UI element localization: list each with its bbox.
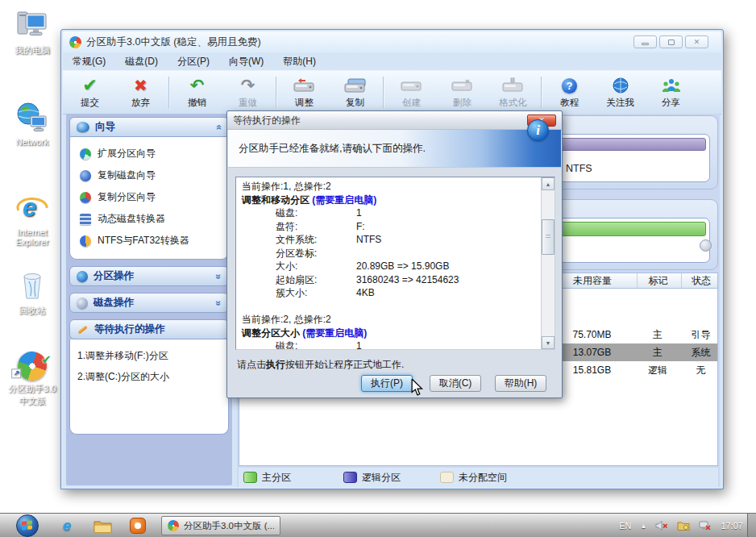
- toolbar-format-button: 格式化: [488, 73, 538, 112]
- media-app-icon: [130, 518, 146, 534]
- taskbar-explorer-button[interactable]: [92, 516, 113, 535]
- toolbar-tutorial-button[interactable]: ? 教程: [544, 73, 595, 112]
- op2-restart-warning: (需要重启电脑): [302, 327, 367, 339]
- sidebar-item-extend-partition-wizard[interactable]: 扩展分区向导: [70, 143, 228, 164]
- taskbar-app-button[interactable]: 分区助手3.0中文版 (...: [161, 516, 280, 535]
- mouse-cursor: [410, 379, 425, 400]
- start-button[interactable]: [16, 514, 39, 537]
- toolbar-commit-button[interactable]: ✔ 提交: [64, 73, 115, 112]
- desktop-icon-recycle-bin[interactable]: 回收站: [6, 268, 59, 317]
- scrollbar-up-button[interactable]: ▲: [542, 177, 555, 190]
- column-status[interactable]: 状态: [681, 273, 721, 288]
- menu-help[interactable]: 帮助(H): [283, 55, 316, 69]
- ntfs-converter-icon: [80, 235, 91, 247]
- system-tray: EN ▲ 17:07: [619, 514, 743, 537]
- share-people-icon: [662, 76, 681, 95]
- partition-assistant-icon: ✔ ↗: [6, 347, 59, 381]
- scrollbar[interactable]: ▲ ▼: [541, 177, 555, 349]
- sidebar-item-copy-disk-wizard[interactable]: 复制磁盘向导: [70, 164, 228, 186]
- toolbar-separator: [383, 77, 384, 108]
- legend-logical-partition: 逻辑分区: [343, 471, 401, 485]
- menu-wizard[interactable]: 向导(W): [229, 55, 264, 69]
- toolbar-separator: [168, 77, 169, 108]
- tray-security-icon[interactable]: [677, 520, 690, 531]
- desktop-icon-label: Internet Explorer: [6, 227, 59, 247]
- tray-language-indicator[interactable]: EN: [619, 521, 631, 531]
- tutorial-icon: ?: [562, 76, 577, 95]
- legend-unallocated: 未分配空间: [440, 471, 507, 485]
- dialog-message: 分区助手已经准备就绪,请确认下面的操作.: [239, 142, 426, 156]
- scrollbar-thumb[interactable]: [542, 219, 555, 255]
- pending-operations-panel: 1.调整并移动(F:)分区 2.调整(C:)分区的大小: [69, 339, 229, 435]
- sidebar-item-ntfs-fat32-converter[interactable]: NTFS与FAT32转换器: [70, 230, 228, 252]
- execute-button[interactable]: 执行(P): [361, 375, 413, 392]
- toolbar-delete-button: 删除: [437, 73, 488, 112]
- toolbar: ✔ 提交 ✖ 放弃 ↶ 撤销 ↷ 重做: [63, 70, 721, 114]
- cancel-button[interactable]: 取消(C): [430, 375, 481, 392]
- toolbar-share-button[interactable]: 分享: [646, 73, 696, 112]
- tray-clock[interactable]: 17:07: [721, 521, 743, 531]
- toolbar-resize-button[interactable]: 调整: [279, 73, 330, 112]
- dialog-titlebar[interactable]: 等待执行的操作 ✕: [227, 111, 562, 130]
- toolbar-redo-button: ↷ 重做: [222, 73, 273, 112]
- section-header-partition-ops[interactable]: 分区操作 »: [69, 266, 229, 286]
- tray-expand-icon[interactable]: ▲: [641, 522, 647, 530]
- copy-disk-wizard-icon: [80, 170, 91, 181]
- pending-op-item[interactable]: 2.调整(C:)分区的大小: [70, 366, 228, 387]
- window-title: 分区助手3.0中文版 (稳定、易用且免费): [86, 35, 261, 49]
- tray-network-error-icon[interactable]: [699, 520, 712, 531]
- check-badge-icon: ✔: [42, 352, 52, 367]
- taskbar: e 分区助手3.0中文版 (... EN ▲: [0, 513, 756, 537]
- op1-restart-warning: (需要重启电脑): [312, 194, 376, 206]
- pending-op-item[interactable]: 1.调整并移动(F:)分区: [70, 345, 228, 366]
- app-icon: [166, 518, 181, 533]
- resize-handle[interactable]: [700, 239, 712, 252]
- section-header-pending-ops[interactable]: 等待执行的操作: [69, 319, 229, 339]
- extend-partition-icon: [80, 148, 91, 160]
- toolbar-discard-button[interactable]: ✖ 放弃: [115, 73, 166, 112]
- section-header-disk-ops[interactable]: 磁盘操作 »: [69, 293, 229, 313]
- follow-globe-icon: [613, 76, 629, 95]
- desktop-icon-label: 我的电脑: [6, 44, 59, 56]
- operations-list[interactable]: 当前操作:1, 总操作:2 调整和移动分区 (需要重启电脑) 磁盘:1 盘符:F…: [235, 177, 555, 350]
- format-disk-icon: [502, 76, 524, 95]
- maximize-button[interactable]: [659, 35, 683, 48]
- menu-partition[interactable]: 分区(P): [177, 55, 210, 69]
- taskbar-ie-button[interactable]: e: [56, 516, 77, 535]
- show-desktop-button[interactable]: [747, 514, 756, 537]
- scrollbar-down-button[interactable]: ▼: [542, 336, 555, 349]
- minimize-button[interactable]: [633, 35, 657, 48]
- window-titlebar[interactable]: 分区助手3.0中文版 (稳定、易用且免费) ✕: [63, 31, 721, 52]
- partition-ops-icon: [77, 271, 88, 282]
- expand-chevron-icon: »: [215, 273, 223, 279]
- tray-volume-muted-icon[interactable]: [655, 520, 668, 531]
- sidebar-item-dynamic-disk-converter[interactable]: 动态磁盘转换器: [70, 208, 228, 230]
- toolbar-copy-button[interactable]: 复制: [330, 73, 380, 112]
- op1-name: 调整和移动分区: [242, 194, 309, 206]
- wizard-icon: [77, 122, 89, 132]
- copy-partition-wizard-icon: [80, 192, 91, 203]
- desktop-icon-label: Network: [6, 137, 59, 147]
- sidebar-item-copy-partition-wizard[interactable]: 复制分区向导: [70, 186, 228, 208]
- menu-general[interactable]: 常规(G): [73, 55, 106, 69]
- dialog-header: 分区助手已经准备就绪,请确认下面的操作.: [228, 130, 561, 168]
- toolbar-follow-button[interactable]: 关注我: [595, 73, 646, 112]
- desktop-icon-partition-assistant[interactable]: ✔ ↗ 分区助手3.0中文版: [6, 347, 59, 407]
- collapse-chevron-icon: »: [215, 124, 223, 130]
- column-flag[interactable]: 标记: [637, 273, 679, 288]
- folder-icon: [93, 518, 112, 533]
- window-close-button[interactable]: ✕: [685, 35, 708, 48]
- taskbar-media-button[interactable]: [127, 516, 148, 535]
- section-header-wizards[interactable]: 向导 »: [69, 117, 229, 137]
- delete-disk-icon: [451, 76, 473, 95]
- toolbar-undo-button[interactable]: ↶ 撤销: [172, 73, 222, 112]
- sidebar: 向导 » 扩展分区向导 复制磁盘向导 复制分区向导 动态磁盘转: [66, 114, 232, 485]
- discard-icon: ✖: [134, 76, 147, 95]
- desktop-icon-network[interactable]: Network: [6, 101, 59, 147]
- desktop-icon-my-computer[interactable]: 我的电脑: [6, 8, 59, 56]
- menu-disk[interactable]: 磁盘(D): [125, 55, 158, 69]
- desktop-icon-internet-explorer[interactable]: e Internet Explorer: [6, 191, 59, 247]
- desktop-icon-label: 回收站: [6, 305, 59, 317]
- help-button[interactable]: 帮助(H): [495, 375, 546, 392]
- resize-disk-icon: [293, 76, 315, 95]
